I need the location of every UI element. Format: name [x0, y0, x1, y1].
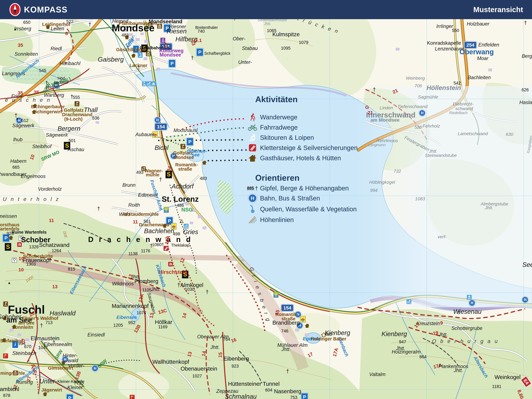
brand-name: KOMPASS	[24, 5, 68, 14]
kompass-logo-icon	[9, 3, 21, 16]
page-title: Musteransicht	[473, 5, 523, 14]
contour-icon	[247, 216, 258, 224]
legend-item-bahn: H Bahn, Bus & Straßen	[247, 193, 320, 203]
map-canvas[interactable]: 151154154254E4PPPPPPPPSSSSSHHHHHHHHHHHii…	[0, 0, 532, 399]
hut-icon	[247, 154, 258, 162]
legend-item-label: Wanderwege	[260, 114, 297, 121]
legend-activities-title: Aktivitäten	[255, 95, 400, 104]
bike-icon	[247, 124, 258, 131]
legend-orientation-title: Orientieren	[255, 173, 299, 183]
legend-item-label: Gipfel, Berge & Höhenangaben	[260, 185, 349, 192]
brand: KOMPASS	[9, 3, 68, 16]
spring-icon	[247, 205, 258, 213]
legend-item-label: Höhenlinien	[260, 216, 294, 223]
peak-elevation-icon: 885†	[247, 185, 258, 191]
legend-item-quellen: Quellen, Wasserfälle & Vegetation	[247, 204, 357, 214]
legend-item-fahrradwege: Fahrradwege	[247, 122, 298, 133]
legend-item-hoehenlinien: Höhenlinien	[247, 215, 294, 225]
legend-item-skitouren: Skitouren & Loipen	[247, 133, 314, 143]
kompass-map-sample-page: KOMPASS Musteransicht	[0, 0, 532, 399]
legend-item-gipfel: 885† Gipfel, Berge & Höhenangaben	[247, 183, 349, 193]
legend-item-label: Klettersteige & Seilversicherungen	[260, 144, 358, 152]
legend-item-label: Skitouren & Loipen	[260, 134, 314, 141]
hiker-icon	[247, 113, 258, 121]
legend-item-label: Gasthäuser, Hotels & Hütten	[260, 154, 341, 162]
map-legend: Aktivitäten Wanderwege	[247, 95, 400, 104]
legend-item-label: Quellen, Wasserfälle & Vegetation	[260, 206, 357, 213]
bus-stop-icon: H	[247, 194, 258, 203]
skier-icon	[247, 133, 258, 142]
legend-item-label: Bahn, Bus & Straßen	[260, 195, 320, 202]
legend-item-gasthaeuser: Gasthäuser, Hotels & Hütten	[247, 153, 341, 163]
top-bar: KOMPASS Musteransicht	[0, 0, 532, 19]
legend-item-klettersteige: Klettersteige & Seilversicherungen	[247, 143, 358, 153]
legend-item-label: Fahrradwege	[260, 124, 298, 131]
legend-item-wanderwege: Wanderwege	[247, 112, 297, 122]
ladder-icon	[247, 144, 258, 152]
